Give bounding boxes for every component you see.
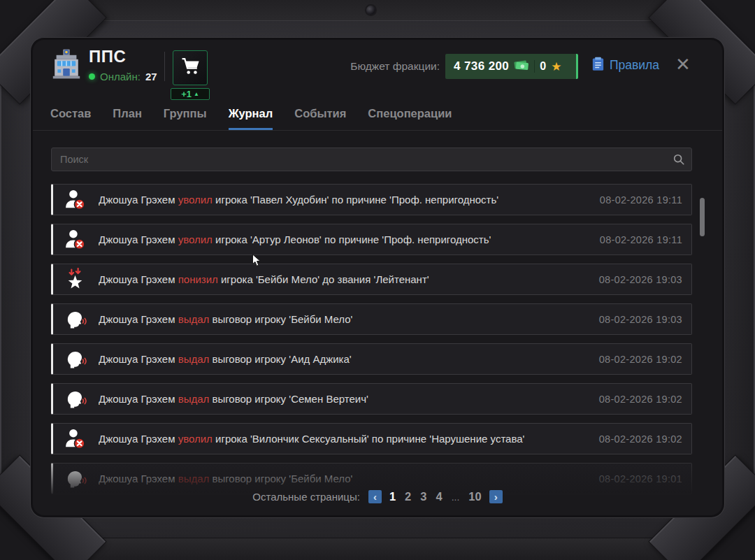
log-detail: игрока 'Артур Леонов' по причине 'Проф. … — [213, 234, 491, 245]
log-time: 08-02-2026 19:02 — [599, 354, 682, 365]
reprimand-icon — [64, 308, 87, 331]
log-time: 08-02-2026 19:03 — [599, 314, 682, 325]
online-status: Онлайн: 27 — [89, 71, 157, 82]
online-label: Онлайн: — [100, 71, 141, 82]
tab-label: Состав — [50, 107, 91, 120]
pagination: Остальные страницы: ‹ 1234...10 › — [33, 490, 722, 503]
star-icon: ★ — [551, 61, 561, 73]
log-actor: Джошуа Грэхем — [99, 194, 178, 206]
tablet-camera-dot — [366, 6, 375, 15]
tab-label: Спецоперации — [368, 107, 452, 120]
log-text: Джошуа Грэхем понизил игрока 'Бейби Мело… — [99, 273, 429, 285]
header-divider — [164, 52, 165, 81]
log-actor: Джошуа Грэхем — [99, 313, 178, 325]
tab-спецоперации[interactable]: Спецоперации — [368, 106, 452, 130]
online-count: 27 — [145, 71, 157, 82]
budget-value: 4 736 200 — [454, 59, 509, 73]
log-row: Джошуа Грэхем выдал выговор игроку 'Аид … — [51, 343, 692, 375]
log-time: 08-02-2026 19:11 — [600, 194, 682, 206]
log-detail: игрока 'Вилончик Сексуальный' по причине… — [213, 433, 525, 445]
page-number[interactable]: 3 — [420, 490, 426, 503]
log-action: уволил — [178, 433, 213, 445]
tab-план[interactable]: План — [113, 106, 141, 130]
tablet-bezel-top — [0, 0, 755, 21]
log-text: Джошуа Грэхем выдал выговор игроку 'Семе… — [99, 393, 368, 405]
money-icon — [514, 59, 529, 74]
log-actor: Джошуа Грэхем — [99, 273, 178, 285]
pagination-label: Остальные страницы: — [252, 491, 360, 503]
tab-label: План — [113, 107, 141, 120]
log-text: Джошуа Грэхем выдал выговор игроку 'Аид … — [99, 353, 352, 365]
next-page-button[interactable]: › — [489, 490, 503, 503]
log-detail: выговор игроку 'Бейби Мело' — [209, 473, 352, 484]
tab-события[interactable]: События — [294, 106, 346, 130]
page-number[interactable]: 1 — [389, 490, 396, 503]
tab-label: Журнал — [229, 107, 273, 120]
log-action: уволил — [178, 234, 213, 245]
police-station-icon — [50, 48, 83, 81]
log-text: Джошуа Грэхем уволил игрока 'Павел Худоб… — [99, 194, 498, 206]
budget-label: Бюджет фракции: — [276, 54, 440, 79]
page-number[interactable]: 2 — [405, 490, 411, 503]
log-actor: Джошуа Грэхем — [99, 393, 178, 405]
tabs: Состав План Группы Журнал События Спецоп… — [50, 106, 452, 130]
search-icon — [673, 153, 685, 168]
user-fired-icon — [64, 188, 87, 211]
log-list: Джошуа Грэхем уволил игрока 'Павел Худоб… — [51, 184, 692, 505]
clipboard-icon — [592, 57, 604, 74]
scrollbar-thumb[interactable] — [700, 198, 705, 236]
log-action: выдал — [178, 393, 210, 405]
close-button[interactable]: ✕ — [671, 52, 695, 76]
log-action: выдал — [178, 313, 210, 325]
reprimand-icon — [64, 467, 87, 490]
budget-box: 4 736 200 0 ★ — [445, 54, 578, 79]
shop-cart-button[interactable] — [173, 50, 208, 85]
search-input[interactable] — [51, 148, 692, 171]
log-row: Джошуа Грэхем уволил игрока 'Павел Худоб… — [51, 184, 692, 215]
cart-count-badge: +1 ▲ — [171, 88, 210, 100]
log-row: Джошуа Грэхем понизил игрока 'Бейби Мело… — [51, 264, 692, 295]
log-time: 08-02-2026 19:02 — [599, 433, 682, 445]
stars-value: 0 — [540, 60, 546, 73]
budget-divider — [534, 60, 535, 73]
log-time: 08-02-2026 19:11 — [600, 234, 682, 245]
user-fired-icon — [64, 228, 87, 251]
log-detail: выговор игроку 'Аид Аджика' — [209, 353, 351, 365]
log-time: 08-02-2026 19:02 — [599, 394, 682, 405]
cart-up-arrow-icon: ▲ — [194, 92, 199, 97]
log-detail: выговор игроку 'Семен Вертеич' — [209, 393, 368, 405]
log-actor: Джошуа Грэхем — [99, 234, 178, 245]
tab-группы[interactable]: Группы — [164, 106, 207, 130]
cart-count: +1 — [181, 89, 192, 99]
tab-состав[interactable]: Состав — [50, 106, 91, 130]
cart-icon — [179, 55, 201, 80]
tablet-bezel-bottom — [0, 538, 755, 560]
log-text: Джошуа Грэхем уволил игрока 'Вилончик Се… — [99, 433, 524, 445]
user-fired-icon — [64, 427, 87, 450]
log-action: выдал — [178, 353, 210, 365]
tab-журнал[interactable]: Журнал — [229, 106, 273, 130]
game-screen: ППС Онлайн: 27 +1 ▲ Бюджет фракции: 4 73… — [0, 0, 755, 560]
tab-label: События — [294, 107, 346, 120]
log-action: уволил — [178, 194, 213, 206]
log-actor: Джошуа Грэхем — [99, 353, 178, 365]
log-action: понизил — [178, 273, 218, 285]
tabs-divider — [33, 130, 722, 131]
prev-page-button[interactable]: ‹ — [368, 490, 382, 503]
log-text: Джошуа Грэхем выдал выговор игроку 'Бейб… — [99, 473, 352, 484]
log-text: Джошуа Грэхем уволил игрока 'Артур Леоно… — [99, 234, 491, 245]
log-row: Джошуа Грэхем уволил игрока 'Артур Леоно… — [51, 224, 692, 255]
page-number[interactable]: 4 — [436, 490, 442, 503]
online-dot-icon — [89, 73, 95, 80]
search-bar — [51, 148, 692, 171]
tab-label: Группы — [164, 107, 207, 120]
page-number[interactable]: 10 — [468, 490, 481, 503]
log-actor: Джошуа Грэхем — [99, 473, 178, 484]
log-row: Джошуа Грэхем выдал выговор игроку 'Семе… — [51, 383, 692, 415]
log-action: выдал — [178, 473, 210, 484]
demote-icon — [64, 268, 87, 291]
reprimand-icon — [64, 387, 87, 410]
page-number: ... — [452, 491, 460, 503]
log-detail: игрока 'Бейби Мело' до звания 'Лейтенант… — [218, 273, 429, 285]
rules-link[interactable]: Правила — [592, 57, 659, 74]
